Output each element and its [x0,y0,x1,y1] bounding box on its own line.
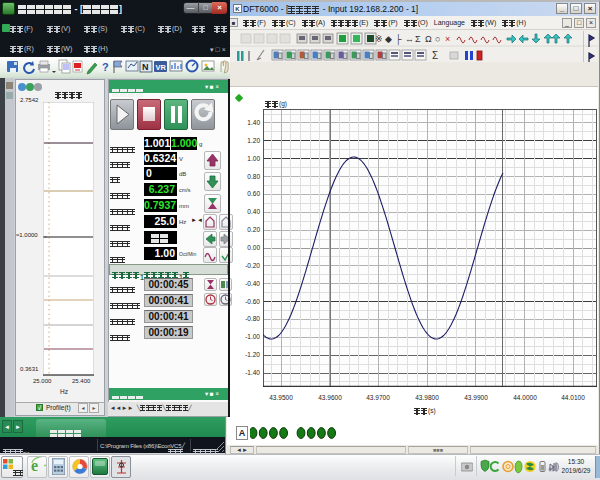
svg-text:※: ※ [375,34,383,44]
svg-text:Ω: Ω [425,34,432,44]
svg-text:○: ○ [435,34,440,44]
svg-text:N: N [142,62,149,72]
svg-text:VR: VR [156,63,167,72]
svg-text:◆: ◆ [385,34,392,44]
svg-text:↔: ↔ [405,34,414,44]
svg-text:├: ├ [395,33,402,45]
svg-text:Σ: Σ [415,34,421,44]
svg-text:×: × [445,34,450,44]
svg-text:?: ? [102,61,109,73]
svg-text:Σ: Σ [432,50,438,61]
